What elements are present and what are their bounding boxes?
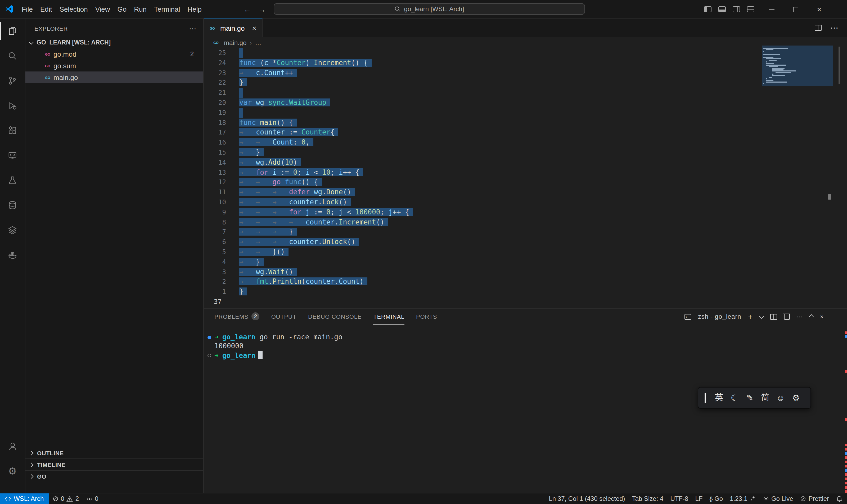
code-line[interactable]: 19 <box>204 108 847 118</box>
activity-remote-explorer[interactable] <box>0 143 25 168</box>
breadcrumb-file[interactable]: main.go <box>224 39 247 46</box>
editor-more-icon[interactable]: ⋯ <box>830 23 839 33</box>
tab-main-go[interactable]: GO main.go × <box>204 19 263 37</box>
activity-search[interactable] <box>0 43 25 68</box>
cursor-position[interactable]: Ln 37, Col 1 (430 selected) <box>549 495 625 502</box>
ime-settings-icon[interactable]: ⚙ <box>788 393 804 403</box>
close-window-button[interactable]: × <box>807 0 831 19</box>
activity-testing[interactable] <box>0 168 25 193</box>
code-line[interactable]: 37 <box>204 297 847 307</box>
toggle-secondary-sidebar-icon[interactable] <box>733 6 740 12</box>
code-line[interactable]: 5→ → }() <box>204 247 847 257</box>
split-editor-icon[interactable] <box>815 25 822 31</box>
notifications[interactable] <box>836 495 843 502</box>
terminal-content[interactable]: ➜go_learn go run -race main.go1000000➜go… <box>204 325 847 493</box>
activity-database[interactable] <box>0 193 25 218</box>
file-row-go-mod[interactable]: GO go.mod 2 <box>25 48 203 60</box>
ime-pen-icon[interactable]: ✎ <box>742 393 758 403</box>
customize-layout-icon[interactable] <box>747 6 754 12</box>
command-center[interactable]: go_learn [WSL: Arch] <box>274 3 585 15</box>
ime-halfwidth-icon[interactable]: ☾ <box>727 393 742 403</box>
activity-run-debug[interactable] <box>0 93 25 118</box>
activity-extensions[interactable] <box>0 118 25 143</box>
terminal-shell-label[interactable]: zsh - go_learn <box>698 313 741 320</box>
tab-size[interactable]: Tab Size: 4 <box>632 495 664 502</box>
code-line[interactable]: 10→ → → counter.Lock() <box>204 197 847 208</box>
menu-file[interactable]: File <box>18 5 37 13</box>
command-decoration-icon[interactable] <box>208 336 211 339</box>
terminal-dropdown-icon[interactable] <box>759 313 764 319</box>
kill-terminal-icon[interactable] <box>784 314 790 320</box>
code-line[interactable]: 20var wg sync.WaitGroup <box>204 98 847 108</box>
menu-view[interactable]: View <box>92 5 114 13</box>
code-line[interactable]: 14→ wg.Add(10) <box>204 158 847 168</box>
panel-more-icon[interactable]: ⋯ <box>797 313 803 320</box>
tab-problems[interactable]: PROBLEMS 2 <box>214 309 260 325</box>
menu-go[interactable]: Go <box>114 5 130 13</box>
ports-status[interactable]: 0 <box>83 493 102 504</box>
forward-arrow-icon[interactable]: → <box>258 5 266 14</box>
restore-button[interactable] <box>783 0 807 19</box>
code-line[interactable]: 3→ wg.Wait() <box>204 267 847 277</box>
activity-docker[interactable] <box>0 242 25 267</box>
ime-emoji-icon[interactable]: ☺ <box>773 393 788 402</box>
new-terminal-icon[interactable]: + <box>748 312 753 321</box>
code-line[interactable]: 15→ } <box>204 148 847 158</box>
ime-language-mode[interactable]: 英 <box>711 392 727 403</box>
eol[interactable]: LF <box>695 495 702 502</box>
go-live[interactable]: Go Live <box>763 495 793 502</box>
code-lines[interactable]: 2524func (c *Counter) Increment() {23→ c… <box>204 48 847 307</box>
command-decoration-icon[interactable] <box>208 354 211 357</box>
code-line[interactable]: 22} <box>204 78 847 88</box>
code-line[interactable]: 24func (c *Counter) Increment() { <box>204 58 847 68</box>
code-line[interactable]: 21 <box>204 88 847 98</box>
activity-layers[interactable] <box>0 218 25 242</box>
section-outline[interactable]: OUTLINE <box>25 447 203 458</box>
explorer-more-icon[interactable]: ⋯ <box>189 24 197 33</box>
menu-terminal[interactable]: Terminal <box>150 5 184 13</box>
code-line[interactable]: 23→ c.Count++ <box>204 68 847 78</box>
code-line[interactable]: 17→ counter := Counter{ <box>204 128 847 138</box>
tree-root-folder[interactable]: GO_LEARN [WSL: ARCH] <box>25 37 203 48</box>
tab-ports[interactable]: PORTS <box>416 309 437 325</box>
problems-status[interactable]: 0 2 <box>49 493 83 504</box>
go-version[interactable]: 1.23.1 <box>730 495 756 502</box>
code-line[interactable]: 16→ → Count: 0, <box>204 138 847 148</box>
code-line[interactable]: 6→ → → counter.Unlock() <box>204 237 847 247</box>
file-row-go-sum[interactable]: GO go.sum <box>25 60 203 71</box>
code-line[interactable]: 8→ → → → counter.Increment() <box>204 217 847 228</box>
tab-debug-console[interactable]: DEBUG CONSOLE <box>308 309 362 325</box>
section-timeline[interactable]: TIMELINE <box>25 458 203 470</box>
code-line[interactable]: 2→ fmt.Println(counter.Count) <box>204 277 847 287</box>
activity-accounts[interactable] <box>0 434 25 458</box>
code-line[interactable]: 4→ } <box>204 257 847 267</box>
menu-run[interactable]: Run <box>130 5 150 13</box>
split-terminal-icon[interactable] <box>770 314 777 320</box>
menu-help[interactable]: Help <box>184 5 205 13</box>
toggle-sidebar-icon[interactable] <box>704 6 711 12</box>
code-line[interactable]: 11→ → → defer wg.Done() <box>204 187 847 197</box>
section-go[interactable]: GO <box>25 470 203 482</box>
activity-settings[interactable]: ⚙ <box>0 458 25 483</box>
code-line[interactable]: 13→ for i := 0; i < 10; i++ { <box>204 167 847 178</box>
code-line[interactable]: 1} <box>204 287 847 297</box>
code-line[interactable]: 18func main() { <box>204 118 847 128</box>
code-line[interactable]: 25 <box>204 48 847 58</box>
remote-indicator[interactable]: WSL: Arch <box>0 493 49 504</box>
activity-source-control[interactable] <box>0 68 25 93</box>
prettier[interactable]: Prettier <box>800 495 829 502</box>
code-line[interactable]: 9→ → → for j := 0; j < 100000; j++ { <box>204 208 847 218</box>
maximize-panel-icon[interactable] <box>809 314 814 319</box>
minimize-button[interactable] <box>760 0 783 19</box>
code-line[interactable]: 7→ → → } <box>204 228 847 237</box>
tab-terminal[interactable]: TERMINAL <box>373 309 404 325</box>
menu-edit[interactable]: Edit <box>37 5 56 13</box>
breadcrumb-more[interactable]: … <box>255 39 261 46</box>
tab-output[interactable]: OUTPUT <box>271 309 296 325</box>
file-row-main-go[interactable]: GO main.go <box>25 71 203 83</box>
activity-explorer[interactable] <box>0 19 25 43</box>
code-line[interactable]: 12→ → go func() { <box>204 178 847 188</box>
toggle-panel-icon[interactable] <box>718 6 726 12</box>
close-tab-icon[interactable]: × <box>252 24 256 32</box>
ime-simplified-chinese[interactable]: 简 <box>758 392 773 403</box>
